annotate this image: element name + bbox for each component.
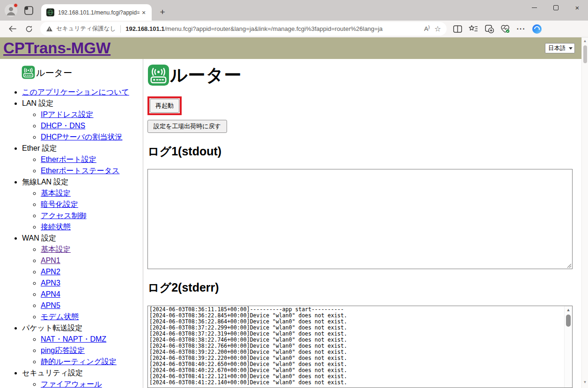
tab-close-icon[interactable]: ×: [140, 9, 148, 16]
refresh-icon[interactable]: [22, 22, 36, 36]
sidebar-section-label: 無線LAN 設定: [22, 178, 69, 186]
sidebar-link[interactable]: 基本設定: [41, 245, 71, 253]
tab-groups-icon[interactable]: [481, 22, 497, 36]
sidebar-submenu: NAT・NAPT・DMZping応答設定静的ルーティング設定: [22, 334, 143, 367]
site-favicon-icon: [46, 8, 54, 16]
sidebar-app-label: ルーター: [36, 67, 72, 79]
workspaces-icon[interactable]: [24, 6, 33, 15]
url-host: 192.168.101.1: [125, 25, 164, 32]
log2-text: [2024-06-03T08:36:11.185+00:00]---------…: [148, 306, 572, 386]
sidebar-link[interactable]: このアプリケーションについて: [22, 88, 129, 96]
window-controls: ×: [523, 0, 588, 15]
browser-toolbar: セキュリティ保護なし 192.168.101.1/menu.fcgi?appid…: [0, 21, 588, 37]
new-tab-button[interactable]: +: [156, 7, 169, 19]
sidebar-subitem: 基本設定: [41, 244, 143, 255]
sidebar-section-label: WAN 設定: [22, 234, 56, 242]
minimize-button[interactable]: [523, 0, 545, 15]
sidebar-link[interactable]: DHCP・DNS: [41, 122, 85, 130]
log2-scrollbar[interactable]: ▲: [564, 306, 572, 388]
sidebar-section: セキュリティ設定ファイアウォール: [22, 367, 143, 388]
sidebar-link[interactable]: Etherポート設定: [41, 155, 96, 163]
sidebar-link[interactable]: APN3: [41, 279, 60, 287]
sidebar-link[interactable]: アクセス制御: [41, 212, 87, 220]
sidebar-link[interactable]: モデム状態: [41, 313, 79, 321]
sidebar-link[interactable]: ファイアウォール: [41, 380, 102, 388]
scroll-up-icon[interactable]: ▲: [583, 38, 587, 44]
sidebar-submenu: ファイアウォール: [22, 379, 143, 388]
close-button[interactable]: ×: [566, 0, 588, 15]
factory-reset-button[interactable]: 設定を工場出荷時に戻す: [147, 120, 227, 133]
scroll-up-icon[interactable]: ▲: [566, 306, 571, 314]
page-scrollbar[interactable]: ▲ ▼: [581, 37, 588, 388]
sidebar-subitem: ping応答設定: [41, 345, 143, 356]
sidebar-subitem: APN1: [41, 255, 143, 266]
tab-title: 192.168.101.1/menu.fcgi?appid=: [58, 9, 140, 16]
restart-button[interactable]: 再起動: [150, 99, 179, 113]
sidebar-subitem: APN5: [41, 300, 143, 311]
split-screen-icon[interactable]: [449, 22, 465, 36]
scrollbar-thumb[interactable]: [566, 315, 571, 327]
sidebar-link[interactable]: 接続状態: [41, 223, 71, 231]
sidebar-link[interactable]: DHCPサーバの割当状況: [41, 133, 122, 141]
router-icon: [147, 64, 169, 86]
sidebar-link[interactable]: 基本設定: [41, 189, 71, 197]
collections-icon[interactable]: [465, 22, 481, 36]
sidebar-subitem: NAT・NAPT・DMZ: [41, 334, 143, 345]
address-bar[interactable]: セキュリティ保護なし 192.168.101.1/menu.fcgi?appid…: [40, 22, 447, 36]
page-title: ルーター: [170, 64, 242, 87]
site-title-link[interactable]: CPTrans-MGW: [3, 39, 110, 57]
sidebar-subitem: 接続状態: [41, 221, 143, 233]
sidebar-subitem: Etherポート設定: [41, 154, 143, 165]
sidebar-subitem: DHCPサーバの割当状況: [41, 132, 143, 143]
maximize-icon: [553, 5, 559, 10]
scroll-down-icon[interactable]: ▼: [583, 380, 587, 385]
sidebar-item: このアプリケーションについて: [22, 87, 143, 98]
sidebar-subitem: APN3: [41, 278, 143, 289]
sidebar-subitem: 静的ルーティング設定: [41, 356, 143, 367]
sidebar-link[interactable]: APN4: [41, 290, 60, 298]
sidebar-submenu: Etherポート設定Etherポートステータス: [22, 154, 143, 176]
sidebar-link[interactable]: Etherポートステータス: [41, 167, 120, 175]
sidebar-subitem: DHCP・DNS: [41, 120, 143, 132]
sidebar-link[interactable]: APN5: [41, 301, 60, 309]
scrollbar-thumb[interactable]: [583, 45, 587, 63]
log2-textarea[interactable]: [2024-06-03T08:36:11.185+00:00]---------…: [147, 306, 573, 388]
page-content: ルーター このアプリケーションについてLAN 設定IPアドレス設定DHCP・DN…: [0, 59, 581, 388]
security-label: セキュリティ保護なし: [56, 25, 116, 33]
sidebar-section: WAN 設定基本設定APN1APN2APN3APN4APN5モデム状態: [22, 233, 143, 322]
read-aloud-icon[interactable]: A): [424, 25, 430, 32]
copilot-icon[interactable]: [529, 22, 545, 36]
minimize-icon: [532, 7, 537, 8]
sidebar-subitem: 暗号化設定: [41, 199, 143, 210]
address-divider: [120, 25, 121, 33]
sidebar-section-label: セキュリティ設定: [22, 369, 83, 377]
sidebar-link[interactable]: 静的ルーティング設定: [41, 358, 117, 366]
url-text[interactable]: 192.168.101.1/menu.fcgi?appid=router&lan…: [125, 25, 421, 32]
sidebar-link[interactable]: IPアドレス設定: [41, 110, 94, 118]
favorite-star-icon[interactable]: ☆: [434, 24, 441, 33]
sidebar-subitem: APN2: [41, 266, 143, 278]
sidebar-submenu: 基本設定APN1APN2APN3APN4APN5モデム状態: [22, 244, 143, 322]
sidebar-link[interactable]: 暗号化設定: [41, 200, 78, 208]
sidebar-link[interactable]: APN2: [41, 268, 60, 276]
warning-icon: [46, 26, 53, 32]
sidebar-subitem: APN4: [41, 289, 143, 300]
sidebar-section-label: LAN 設定: [22, 99, 54, 107]
log1-textarea[interactable]: [147, 169, 573, 269]
sidebar-link[interactable]: ping応答設定: [41, 346, 85, 354]
profile-avatar-icon[interactable]: [5, 4, 17, 17]
maximize-button[interactable]: [545, 0, 566, 15]
language-select[interactable]: 日本語: [545, 43, 575, 53]
back-icon[interactable]: [5, 22, 19, 36]
sidebar-link[interactable]: NAT・NAPT・DMZ: [41, 335, 106, 343]
resize-grip-icon[interactable]: [566, 263, 572, 268]
sidebar-link[interactable]: APN1: [41, 256, 60, 264]
more-options-icon[interactable]: ···: [513, 22, 529, 36]
browser-tab[interactable]: 192.168.101.1/menu.fcgi?appid= ×: [41, 4, 152, 21]
sidebar-subitem: モデム状態: [41, 311, 143, 322]
log1-heading: ログ1(stdout): [147, 144, 581, 159]
sidebar-section: LAN 設定IPアドレス設定DHCP・DNSDHCPサーバの割当状況: [22, 98, 143, 143]
browser-essentials-icon[interactable]: [497, 22, 513, 36]
site-header: CPTrans-MGW 日本語: [0, 37, 581, 59]
notification-dot: [14, 3, 18, 7]
